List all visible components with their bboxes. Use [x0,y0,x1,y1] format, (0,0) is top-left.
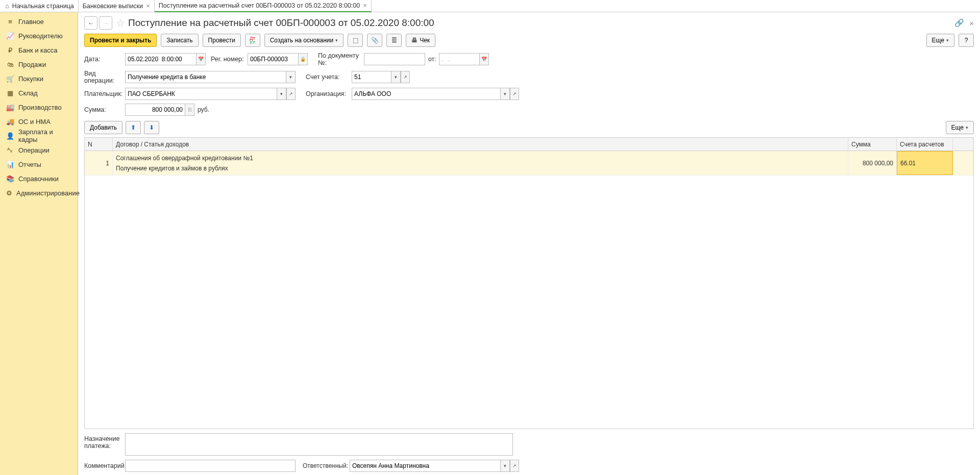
docnum-input[interactable] [364,53,425,65]
dropdown-icon[interactable]: ▾ [391,71,401,83]
tabs-bar: ⌂ Начальная страница Банковские выписки … [0,0,980,12]
sidebar-label: Банк и касса [18,46,58,54]
optype-input[interactable] [125,71,286,83]
post-button[interactable]: Провести [203,34,241,47]
structure-button[interactable]: ⬚ [348,34,363,47]
tab-bank-statements[interactable]: Банковские выписки × [79,0,155,12]
sidebar-item-hr[interactable]: 👤Зарплата и кадры [0,129,78,143]
tab-home-label: Начальная страница [12,3,74,10]
dropdown-icon[interactable]: ▾ [501,460,510,472]
th-last [953,138,973,151]
sidebar-item-warehouse[interactable]: ▦Склад [0,86,78,100]
dropdown-icon[interactable]: ▾ [501,88,510,100]
books-icon: 📚 [6,175,14,183]
check-label: Чек [420,37,430,44]
org-input[interactable] [352,88,501,100]
cart-icon: 🛒 [6,75,14,83]
help-button[interactable]: ? [959,34,974,47]
star-icon[interactable]: ☆ [116,17,125,29]
th-sum[interactable]: Сумма [848,138,897,151]
purpose-label-1: Назначение [84,435,119,442]
regnum-input[interactable] [248,53,299,65]
chart-icon: 📈 [6,32,14,40]
open-icon[interactable]: ↗ [286,88,296,100]
check-button[interactable]: 🖶 Чек [406,34,435,47]
dtkt-button[interactable]: ДᴛКᴛ [245,34,260,47]
list-button[interactable]: ☰ [386,34,402,47]
sidebar-item-directories[interactable]: 📚Справочники [0,171,78,186]
open-icon[interactable]: ↗ [401,71,410,83]
th-acct[interactable]: Счета расчетов [897,138,953,151]
account-label: Счет учета: [306,73,352,81]
close-icon[interactable]: × [969,19,974,28]
sidebar-item-bank[interactable]: ₽Банк и касса [0,43,78,57]
forward-button[interactable]: → [99,16,112,30]
add-button[interactable]: Добавить [84,121,122,134]
dropdown-icon[interactable]: ▾ [277,88,286,100]
save-button[interactable]: Записать [161,34,198,47]
calculator-icon[interactable]: ⌸ [185,104,194,116]
td-last [953,151,973,175]
attach-button[interactable]: 📎 [367,34,382,47]
sidebar-label: Покупки [18,75,43,83]
sidebar-item-reports[interactable]: 📊Отчеты [0,157,78,171]
calendar-icon[interactable]: 📅 [197,53,206,65]
purpose-input[interactable] [125,433,513,456]
grid-icon: ▦ [6,89,14,97]
person-icon: 👤 [6,132,14,140]
td-sum: 800 000,00 [848,151,897,175]
sidebar-item-production[interactable]: 🏭Производство [0,100,78,114]
org-label: Организация: [306,90,352,97]
post-and-close-button[interactable]: Провести и закрыть [84,34,157,47]
title-row: ← → ☆ Поступление на расчетный счет 00БП… [84,16,974,30]
from-date-input[interactable] [439,53,480,65]
factory-icon: 🏭 [6,104,14,111]
docnum-label: По документу №: [318,52,364,66]
tab-current-doc[interactable]: Поступление на расчетный счет 00БП-00000… [155,0,372,12]
from-label: от: [428,56,436,63]
account-input[interactable] [352,71,391,83]
sidebar-label: Администрирование [16,189,80,197]
close-icon[interactable]: × [146,2,150,10]
bag-icon: 🛍 [6,61,14,68]
sidebar-item-operations[interactable]: ᴬₖОперации [0,143,78,157]
sidebar-label: Главное [18,18,44,26]
sidebar-item-assets[interactable]: 🚚ОС и НМА [0,114,78,129]
lock-icon[interactable]: 🔒 [299,53,308,65]
table-row[interactable]: 1 Соглашения об овердрафной кредитовании… [85,151,973,176]
table-header: N Договор / Статья доходов Сумма Счета р… [85,138,973,151]
sidebar-item-purchases[interactable]: 🛒Покупки [0,71,78,86]
row-line1: Соглашения об овердрафной кредитовании №… [116,155,845,162]
tab-home[interactable]: ⌂ Начальная страница [0,0,79,12]
sidebar-item-main[interactable]: ≡Главное [0,14,78,29]
table-more-button[interactable]: Еще [946,121,974,134]
responsible-input[interactable] [350,460,501,472]
close-icon[interactable]: × [363,2,367,9]
link-icon[interactable]: 🔗 [954,18,964,28]
sidebar-item-admin[interactable]: ⚙Администрирование [0,186,78,200]
sidebar-item-manager[interactable]: 📈Руководителю [0,29,78,43]
sum-input[interactable] [125,104,185,116]
open-icon[interactable]: ↗ [510,88,519,100]
sidebar-label: Склад [18,89,38,97]
more-button[interactable]: Еще [926,34,954,47]
move-down-button[interactable]: ⬇ [144,121,159,134]
date-input[interactable] [125,53,197,65]
th-desc[interactable]: Договор / Статья доходов [113,138,848,151]
comment-input[interactable] [125,460,296,472]
th-n[interactable]: N [85,138,113,151]
calendar-icon[interactable]: 📅 [480,53,489,65]
sidebar-item-sales[interactable]: 🛍Продажи [0,57,78,71]
bottom-form: Назначение платежа: Комментарий: Ответст… [84,433,974,472]
td-acct[interactable]: 66.01 [897,151,953,175]
move-up-button[interactable]: ⬆ [126,121,141,134]
sidebar-label: Руководителю [18,32,63,40]
open-icon[interactable]: ↗ [510,460,519,472]
optype-label: Вид операции: [84,70,125,84]
table-body[interactable]: 1 Соглашения об овердрафной кредитовании… [85,151,973,429]
back-button[interactable]: ← [84,16,97,30]
create-from-button[interactable]: Создать на основании [264,34,344,47]
dropdown-icon[interactable]: ▾ [286,71,296,83]
responsible-label: Ответственный: [303,462,350,469]
payer-input[interactable] [125,88,277,100]
